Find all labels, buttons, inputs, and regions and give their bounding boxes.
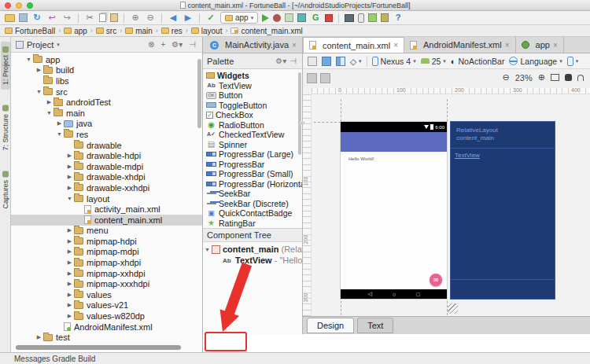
tree-expand-icon[interactable]: ▶ — [65, 259, 74, 266]
run-icon[interactable] — [262, 14, 269, 22]
project-view-dropdown[interactable]: ▾ — [57, 42, 60, 48]
tree-item-mipmap-xhdpi[interactable]: ▶mipmap-xhdpi — [11, 257, 202, 268]
breadcrumb-item[interactable]: layout — [190, 27, 224, 35]
open-icon[interactable] — [5, 14, 15, 22]
tree-expand-icon[interactable]: ▶ — [65, 248, 74, 255]
profile-icon[interactable] — [297, 13, 306, 22]
palette-item-Button[interactable]: OKButton — [203, 90, 302, 101]
tree-expand-icon[interactable]: ▼ — [65, 196, 74, 201]
mode-tab-design[interactable]: Design — [307, 318, 354, 333]
tree-item-values[interactable]: ▶values — [11, 289, 202, 300]
attach-debugger-icon[interactable] — [381, 13, 389, 22]
zoom-in-icon[interactable]: ⊕ — [130, 13, 141, 24]
mode-tab-text[interactable]: Text — [357, 318, 393, 333]
device-monitor-icon[interactable] — [345, 14, 354, 22]
back-icon[interactable]: ◀ — [168, 13, 179, 24]
design-canvas[interactable]: 0100200300400 0100200300 6:00 Hello Wor — [303, 88, 590, 334]
palette-item-RatingBar[interactable]: ★RatingBar — [203, 219, 302, 229]
variant-icon-2[interactable] — [320, 73, 330, 83]
palette-item-RadioButton[interactable]: ◉RadioButton — [203, 120, 302, 131]
undo-icon[interactable]: ↩ — [46, 13, 57, 24]
palette-item-Widgets[interactable]: Widgets — [203, 71, 302, 81]
project-tree-horizontal-scrollbar[interactable] — [16, 345, 181, 350]
tree-item-res[interactable]: ▼res — [11, 129, 202, 140]
run-config-dropdown[interactable]: app▾ — [220, 12, 258, 24]
fab-button[interactable]: ✉ — [430, 274, 442, 286]
zoom-to-fit-icon[interactable] — [551, 74, 559, 81]
debug-icon[interactable] — [273, 14, 281, 22]
help-icon[interactable]: ? — [393, 13, 404, 24]
close-icon[interactable]: × — [553, 41, 558, 50]
tree-item-drawable-mdpi[interactable]: ▶drawable-mdpi — [11, 161, 202, 172]
tree-item-libs[interactable]: libs — [11, 75, 202, 86]
breadcrumb-item[interactable]: FortuneBall — [3, 27, 57, 35]
breadcrumb-item[interactable]: src — [94, 27, 118, 35]
tree-item-main[interactable]: ▼main — [11, 108, 202, 119]
palette-item-TextView[interactable]: AbTextView — [203, 81, 302, 91]
orientation-dropdown[interactable]: ◇▾ — [350, 57, 362, 66]
editor-tab-content-main-xml[interactable]: content_main.xml× — [303, 37, 404, 53]
tree-item-java[interactable]: ▶java — [11, 119, 202, 130]
make-project-icon[interactable]: ✓ — [205, 13, 216, 24]
tree-expand-icon[interactable]: ▶ — [65, 270, 74, 277]
tree-item-menu[interactable]: ▶menu — [11, 226, 202, 237]
variant-icon[interactable] — [307, 73, 317, 83]
tree-item-content-main-xml[interactable]: content_main.xml — [11, 215, 202, 226]
tree-item-drawable-hdpi[interactable]: ▶drawable-hdpi — [11, 150, 202, 161]
close-icon[interactable]: × — [393, 41, 398, 50]
status-text[interactable]: Messages Gradle Build — [14, 355, 95, 363]
phone-preview[interactable]: 6:00 Hello World! ✉ ◁○□ — [341, 122, 447, 299]
blueprint-view[interactable]: RelativeLayout content_main TextView — [451, 122, 555, 299]
locale-dropdown[interactable]: Language▾ — [509, 57, 562, 66]
locate-icon[interactable]: + — [159, 40, 167, 49]
editor-tab-MainActivity-java[interactable]: CMainActivity.java× — [205, 37, 303, 53]
tree-expand-icon[interactable]: ▼ — [24, 57, 33, 62]
palette-settings-gear-icon[interactable]: ⚙▾ — [274, 57, 288, 65]
palette-item-CheckedTextView[interactable]: A✓CheckedTextView — [203, 130, 302, 140]
tree-expand-icon[interactable]: ▶ — [55, 120, 64, 127]
zoom-out-icon[interactable]: ⊖ — [145, 13, 156, 24]
palette-item-SeekBar-Discrete-[interactable]: SeekBar (Discrete) — [203, 199, 302, 209]
tree-expand-icon[interactable]: ▼ — [35, 89, 43, 94]
tree-item-AndroidManifest-xml[interactable]: AndroidManifest.xml — [11, 322, 202, 333]
avd-manager-icon[interactable] — [358, 13, 364, 23]
tree-expand-icon[interactable]: ▶ — [65, 292, 74, 298]
show-blueprint-icon[interactable] — [322, 57, 331, 66]
tree-item-mipmap-mdpi[interactable]: ▶mipmap-mdpi — [11, 247, 202, 258]
tree-item-build[interactable]: ▶build — [11, 65, 202, 76]
palette-item-ProgressBar-Small-[interactable]: ProgressBar (Small) — [203, 169, 302, 179]
tool-strip--project[interactable]: 1: Project — [1, 42, 10, 90]
sdk-manager-icon[interactable] — [368, 13, 377, 22]
tree-expand-icon[interactable]: ▶ — [65, 153, 74, 159]
tree-expand-icon[interactable]: ▼ — [203, 247, 212, 252]
palette-item-ProgressBar-Horizontal-[interactable]: ProgressBar (Horizontal) — [203, 179, 302, 189]
tree-item-mipmap-xxxhdpi[interactable]: ▶mipmap-xxxhdpi — [11, 278, 202, 289]
tree-expand-icon[interactable]: ▶ — [65, 185, 74, 191]
settings-gear-icon[interactable]: ⚙▾ — [170, 40, 184, 49]
tree-item-src[interactable]: ▼src — [11, 86, 202, 97]
close-icon[interactable]: × — [292, 41, 297, 50]
show-design-icon[interactable] — [308, 57, 317, 66]
tree-item-activity-main-xml[interactable]: activity_main.xml — [11, 204, 202, 215]
tree-item-mipmap-xxhdpi[interactable]: ▶mipmap-xxhdpi — [11, 268, 202, 279]
canvas-resize-handle[interactable] — [448, 303, 458, 314]
tree-item-test[interactable]: ▶test — [11, 332, 202, 343]
forward-icon[interactable]: ▶ — [183, 13, 194, 24]
tree-item-drawable-xxhdpi[interactable]: ▶drawable-xxhdpi — [11, 182, 202, 193]
editor-tab-app[interactable]: app× — [516, 37, 564, 53]
tree-item-androidTest[interactable]: ▶androidTest — [11, 97, 202, 108]
blueprint-textview[interactable]: TextView — [455, 152, 480, 159]
stop-icon[interactable] — [325, 14, 333, 22]
tree-item-layout[interactable]: ▼layout — [11, 193, 202, 204]
editor-tab-AndroidManifest-xml[interactable]: AndroidManifest.xml× — [404, 37, 516, 53]
palette-item-CheckBox[interactable]: ✓CheckBox — [203, 110, 302, 120]
tree-item-values-w820dp[interactable]: ▶values-w820dp — [11, 311, 202, 322]
palette-item-ToggleButton[interactable]: ToggleButton — [203, 101, 302, 111]
run-coverage-icon[interactable] — [285, 13, 293, 22]
zoom-in-button[interactable]: ⊕ — [538, 72, 545, 83]
tree-expand-icon[interactable]: ▶ — [35, 334, 43, 340]
cut-icon[interactable]: ✂ — [84, 13, 95, 24]
palette-item-ProgressBar-Large-[interactable]: ProgressBar (Large) — [203, 149, 302, 160]
tree-item-app[interactable]: ▼app — [11, 54, 202, 65]
pan-icon[interactable] — [565, 74, 572, 81]
